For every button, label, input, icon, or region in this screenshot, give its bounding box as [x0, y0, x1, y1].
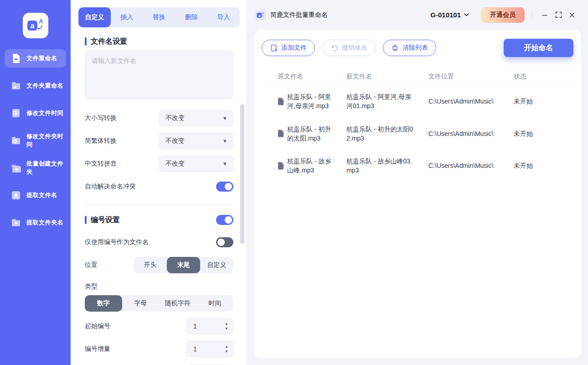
type-option-time[interactable]: 时间 [196, 295, 234, 312]
stepper-up-icon[interactable]: ▲ [225, 322, 228, 326]
maximize-icon [555, 11, 562, 18]
new-name: 杭盖乐队 - 初升的太阳02.mp3 [346, 125, 416, 143]
sidebar: a A 文件重命名 文件夹重命名 修改文件 [0, 0, 71, 365]
increment-label: 编号增量 [85, 345, 186, 353]
add-file-button[interactable]: 添加文件 [262, 40, 315, 56]
position-segmented: 开头 末尾 自定义 [134, 257, 233, 273]
clear-list-button[interactable]: 清除列表 [383, 40, 436, 56]
pinyin-convert-select[interactable]: 不改变 ▼ [159, 156, 233, 172]
increment-row: 编号增量 1 ▲ ▼ [85, 341, 233, 357]
header-original-name: 原文件名 [278, 73, 346, 81]
titlebar: a A 简鹿文件批量重命名 G-010101 开通会员 [246, 0, 588, 30]
position-option-end[interactable]: 末尾 [167, 257, 200, 273]
pinyin-convert-row: 中文转拼音 不改变 ▼ [85, 156, 233, 172]
type-label: 类型 [85, 282, 233, 291]
only-number-row: 仅使用编号作为文件名 [85, 234, 233, 250]
undo-label: 撤销修改 [342, 44, 367, 52]
sidebar-item-batch-create-folder[interactable]: 批量创建文件夹 [5, 159, 66, 177]
start-number-row: 起始编号 1 ▲ ▼ [85, 318, 233, 334]
toggle-knob [225, 216, 232, 224]
traditional-convert-select[interactable]: 不改变 ▼ [159, 133, 233, 149]
svg-text:a: a [258, 13, 261, 17]
table-row[interactable]: 杭盖乐队 - 阿里河,母亲河.mp3 杭盖乐队 - 阿里河,母亲河01.mp3 … [262, 85, 573, 118]
only-number-toggle[interactable] [216, 237, 233, 247]
new-filename-input[interactable] [85, 51, 233, 99]
close-button[interactable] [565, 8, 579, 22]
sidebar-item-label: 修改文件夹时间 [26, 132, 66, 149]
panel-scrollbar[interactable] [240, 104, 244, 244]
increment-value: 1 [193, 345, 225, 353]
filename-settings-header: 文件名设置 [85, 36, 233, 47]
new-name: 杭盖乐队 - 故乡山峰03.mp3 [346, 156, 416, 175]
sidebar-item-folder-time[interactable]: 修改文件夹时间 [5, 131, 66, 150]
section-accent-bar [85, 37, 87, 46]
table-header: 原文件名 新文件名 文件位置 状态 [262, 68, 573, 85]
app-logo: a A [23, 13, 48, 38]
tab-custom[interactable]: 自定义 [78, 7, 111, 27]
traditional-convert-value: 不改变 [165, 137, 222, 145]
original-name: 杭盖乐队 - 阿里河,母亲河.mp3 [287, 92, 331, 111]
stepper-down-icon[interactable]: ▼ [225, 327, 228, 331]
sidebar-item-label: 批量创建文件夹 [26, 160, 66, 176]
rename-logo-icon: a A [26, 16, 46, 36]
table-row[interactable]: 杭盖乐队 - 初升的太阳.mp3 杭盖乐队 - 初升的太阳02.mp3 C:\U… [262, 118, 573, 150]
section-title: 文件名设置 [91, 37, 233, 47]
tab-import[interactable]: 导入 [207, 7, 240, 27]
traditional-convert-row: 简繁体转换 不改变 ▼ [85, 133, 233, 149]
conflict-toggle[interactable] [216, 182, 233, 192]
sidebar-item-folder-rename[interactable]: 文件夹重命名 [5, 77, 66, 95]
file-toolbar: 添加文件 撤销修改 清除列表 开始命名 [262, 39, 573, 57]
undo-icon [330, 44, 338, 52]
minimize-button[interactable] [538, 8, 552, 22]
chevron-down-icon: ▼ [222, 115, 227, 121]
numbering-header: 编号设置 [85, 213, 233, 227]
tab-delete[interactable]: 删除 [175, 7, 207, 27]
numbering-title: 编号设置 [91, 215, 216, 225]
mode-tabbar: 自定义 插入 替换 删除 导入 [78, 7, 240, 27]
folder-time-icon [10, 135, 22, 146]
stepper-down-icon[interactable]: ▼ [225, 350, 228, 354]
stepper-up-icon[interactable]: ▲ [225, 345, 228, 349]
start-rename-button[interactable]: 开始命名 [504, 39, 573, 57]
sidebar-item-file-time[interactable]: 修改文件时间 [5, 104, 66, 122]
original-name: 杭盖乐队 - 初升的太阳.mp3 [287, 125, 331, 143]
titlebar-app-icon: a A [255, 10, 266, 21]
type-segmented: 数字 字母 随机字符 时间 [85, 295, 233, 312]
version-dropdown[interactable]: G-010101 [430, 11, 469, 19]
rename-logo-mini-icon: a A [256, 10, 265, 20]
tab-replace[interactable]: 替换 [143, 7, 175, 27]
conflict-row: 自动解决命名冲突 [85, 178, 233, 195]
header-location: 文件位置 [428, 73, 514, 81]
case-convert-label: 大小写转换 [85, 114, 159, 122]
type-option-letter[interactable]: 字母 [122, 295, 160, 312]
numbering-toggle[interactable] [216, 215, 233, 225]
type-option-random[interactable]: 随机字符 [159, 295, 196, 312]
table-row[interactable]: 杭盖乐队 - 故乡山峰.mp3 杭盖乐队 - 故乡山峰03.mp3 C:\Use… [262, 150, 573, 182]
sidebar-item-file-rename[interactable]: 文件重命名 [5, 49, 66, 68]
sidebar-item-extract-filename[interactable]: 提取文件名 [5, 186, 66, 204]
file-icon [278, 98, 284, 105]
sidebar-item-label: 提取文件名 [26, 191, 57, 199]
increment-stepper[interactable]: 1 ▲ ▼ [186, 341, 233, 357]
sidebar-item-extract-foldername[interactable]: 提取文件夹名 [5, 214, 66, 232]
titlebar-divider [532, 11, 532, 19]
position-option-start[interactable]: 开头 [134, 257, 167, 273]
start-number-stepper[interactable]: 1 ▲ ▼ [186, 318, 233, 334]
tab-insert[interactable]: 插入 [111, 7, 143, 27]
position-option-custom[interactable]: 自定义 [200, 257, 233, 273]
undo-button[interactable]: 撤销修改 [322, 40, 376, 56]
file-rename-icon [10, 52, 22, 64]
add-file-icon [270, 44, 278, 52]
only-number-label: 仅使用编号作为文件名 [85, 238, 216, 246]
status-text: 未开始 [514, 130, 533, 137]
type-option-number[interactable]: 数字 [85, 295, 122, 312]
file-icon [278, 162, 284, 170]
main-area: a A 简鹿文件批量重命名 G-010101 开通会员 [246, 0, 588, 365]
position-row: 位置 开头 末尾 自定义 [85, 257, 233, 273]
chevron-down-icon: ▼ [222, 138, 227, 144]
case-convert-select[interactable]: 不改变 ▼ [159, 110, 233, 126]
maximize-button[interactable] [552, 8, 565, 22]
open-vip-button[interactable]: 开通会员 [481, 7, 525, 23]
toggle-knob [217, 239, 225, 246]
pinyin-convert-value: 不改变 [165, 160, 222, 168]
